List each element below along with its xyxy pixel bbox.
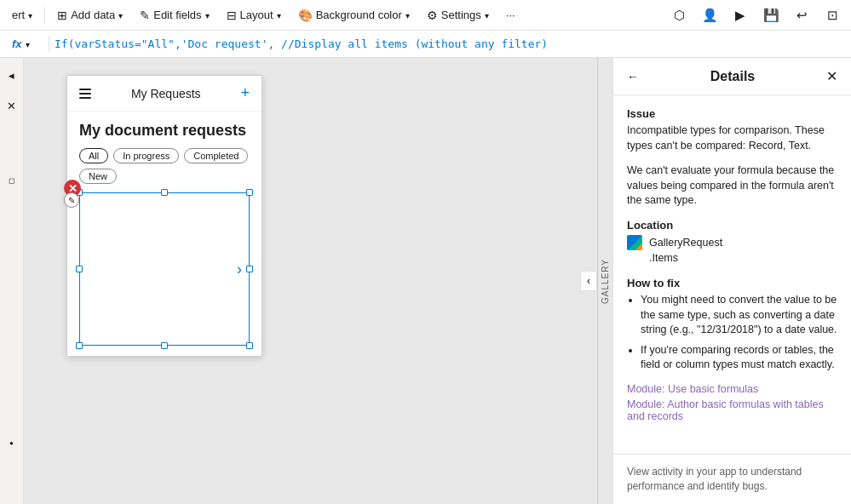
edit-icon: ✎: [140, 9, 150, 22]
save-icon: 💾: [763, 8, 779, 23]
user-button[interactable]: 👤: [696, 2, 723, 29]
panel-body: Issue Incompatible types for comparison.…: [613, 95, 851, 454]
gear-icon: ⚙: [427, 9, 438, 22]
bullet-2: If you're comparing records or tables, t…: [641, 343, 837, 373]
share-icon: ⬡: [674, 8, 685, 23]
toolbar-more-label: ···: [506, 9, 515, 21]
add-icon: +: [240, 84, 250, 102]
separator-1: [44, 7, 45, 24]
details-panel: ← Details ✕ Issue Incompatible types for…: [612, 58, 851, 504]
filter-completed-label: Completed: [193, 151, 239, 161]
panel-header: ← Details ✕: [613, 58, 851, 95]
filter-all[interactable]: All: [79, 148, 108, 163]
chevron-down-icon-5: [405, 9, 410, 21]
toolbar: ert ⊞ Add data ✎ Edit fields ⊟ Layout 🎨 …: [0, 0, 851, 31]
location-title: Location: [627, 219, 837, 232]
gallery-item[interactable]: ›: [79, 192, 250, 346]
toolbar-ert[interactable]: ert: [5, 5, 39, 25]
more-options-icon: ⊡: [827, 8, 838, 23]
filter-new[interactable]: New: [79, 169, 117, 184]
sidebar-item-1[interactable]: ✕: [2, 95, 22, 116]
filter-all-label: All: [89, 151, 99, 161]
toolbar-layout-label: Layout: [240, 9, 273, 21]
sidebar-collapse-button[interactable]: ◂: [2, 65, 22, 85]
user-icon: 👤: [702, 8, 718, 23]
more-options-button[interactable]: ⊡: [819, 2, 846, 29]
undo-button[interactable]: ↩: [788, 2, 815, 29]
link-1[interactable]: Module: Use basic formulas: [627, 383, 837, 395]
filter-new-label: New: [89, 171, 107, 181]
gallery-label-text: GALLERY: [601, 259, 610, 304]
toolbar-edit-fields[interactable]: ✎ Edit fields: [133, 5, 216, 26]
close-icon: ✕: [7, 100, 16, 112]
phone-content: My document requests All In progress Com…: [67, 112, 262, 356]
filter-inprogress[interactable]: In progress: [113, 148, 179, 163]
toolbar-add-data[interactable]: ⊞ Add data: [50, 5, 129, 26]
share-button[interactable]: ⬡: [665, 2, 693, 29]
filter-completed[interactable]: Completed: [184, 148, 248, 163]
explanation-text: We can't evaluate your formula because t…: [627, 163, 837, 209]
formula-input[interactable]: [55, 37, 844, 50]
toolbar-ert-label: ert: [12, 9, 25, 21]
toolbar-add-data-label: Add data: [71, 9, 115, 21]
chevron-down-icon: [28, 9, 32, 21]
issue-title: Issue: [627, 107, 837, 120]
close-icon: ✕: [826, 69, 837, 83]
toolbar-bg-color[interactable]: 🎨 Background color: [291, 5, 417, 26]
filter-inprogress-label: In progress: [123, 151, 170, 161]
panel-title: Details: [710, 69, 755, 84]
formula-dropdown-icon: [26, 37, 30, 50]
panel-close-button[interactable]: ✕: [826, 68, 837, 84]
fx-icon: fx: [12, 37, 22, 50]
play-icon: ▶: [735, 8, 745, 23]
location-name-text: GalleryRequest .Items: [649, 235, 722, 267]
link-2[interactable]: Module: Author basic formulas with table…: [627, 398, 837, 422]
gallery-container: ›: [79, 192, 250, 346]
toolbar-settings-label: Settings: [441, 9, 481, 21]
palette-icon: 🎨: [298, 9, 313, 22]
phone-header: My Requests +: [67, 76, 262, 112]
location-sub: .Items: [649, 252, 678, 264]
sidebar-item-2[interactable]: ◻: [2, 170, 22, 191]
layout-icon: ⊟: [227, 9, 237, 22]
issue-text: Incompatible types for comparison. These…: [627, 123, 837, 153]
bullet-list: You might need to convert the value to b…: [627, 293, 837, 373]
main-area: ◂ ✕ ◻ ● ✕ ✎ My Requests +: [0, 58, 851, 504]
gallery-icon: [627, 235, 642, 250]
bullet-1: You might need to convert the value to b…: [641, 293, 837, 338]
chevron-down-icon-3: [205, 9, 210, 21]
canvas-area[interactable]: ✕ ✎ My Requests + My document requests A…: [24, 58, 612, 504]
formula-bar-label[interactable]: fx: [7, 36, 49, 52]
chevron-down-icon-2: [118, 9, 123, 21]
panel-footer: View activity in your app to understand …: [613, 454, 851, 504]
filter-pills: All In progress Completed New: [79, 148, 250, 184]
toolbar-more[interactable]: ···: [499, 5, 522, 25]
toolbar-bg-color-label: Background color: [316, 9, 402, 21]
undo-icon: ↩: [796, 8, 808, 23]
sidebar-item-dot[interactable]: ●: [2, 432, 22, 453]
gallery-sidebar: GALLERY: [597, 58, 612, 504]
left-arrow-icon: ◂: [9, 69, 14, 82]
play-button[interactable]: ▶: [727, 2, 754, 29]
location-name: GalleryRequest: [649, 237, 722, 249]
back-arrow-icon: ←: [627, 70, 639, 83]
save-button[interactable]: 💾: [757, 2, 785, 29]
toolbar-layout[interactable]: ⊟ Layout: [220, 5, 288, 26]
dot-icon: ●: [9, 439, 14, 447]
chevron-right-icon: ›: [237, 261, 242, 278]
menu-icon: [79, 89, 91, 99]
phone-mockup: My Requests + My document requests All I…: [66, 75, 262, 357]
phone-heading: My document requests: [79, 122, 250, 140]
canvas-back-button[interactable]: ‹: [580, 271, 597, 291]
toolbar-settings[interactable]: ⚙ Settings: [420, 5, 496, 26]
toolbar-right: ⬡ 👤 ▶ 💾 ↩ ⊡: [665, 2, 846, 29]
table-icon: ⊞: [57, 9, 67, 22]
chevron-down-icon-6: [485, 9, 489, 21]
left-arrow-icon: ‹: [587, 275, 590, 287]
edit-badge[interactable]: ✎: [64, 192, 79, 208]
panel-back-button[interactable]: ←: [627, 70, 639, 83]
formula-bar: fx: [0, 31, 851, 58]
toolbar-edit-fields-label: Edit fields: [153, 9, 201, 21]
location-box: GalleryRequest .Items: [627, 235, 837, 267]
selection-icon: ◻: [9, 176, 14, 185]
